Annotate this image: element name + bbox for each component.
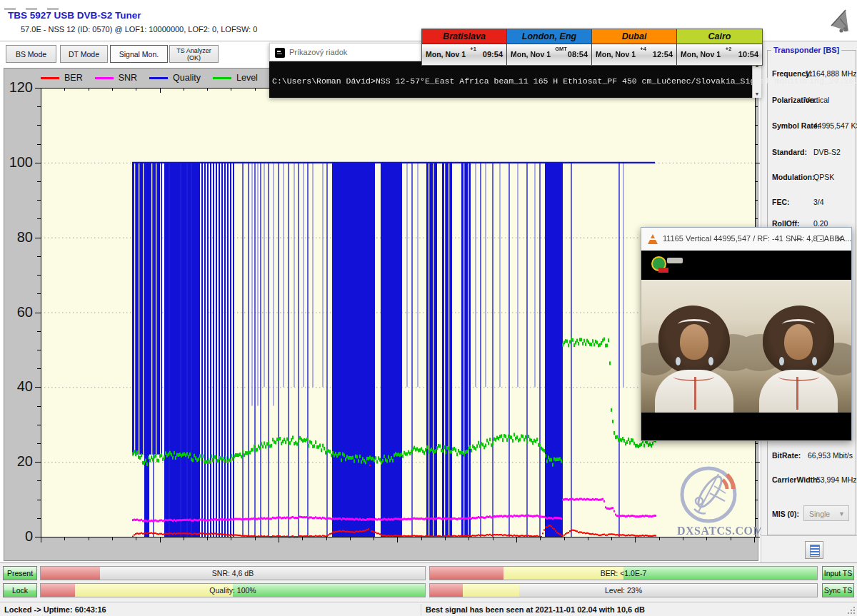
- dxsatcs-watermark: DXSATCS.COM: [677, 465, 758, 545]
- clock-dubai: Dubai Mon, Nov 1 +4 12:54: [592, 29, 677, 65]
- tuner-subtitle: 57.0E - NSS 12 (ID: 0570) @ LOF1: 100000…: [21, 25, 257, 34]
- tuner-title: TBS 5927 USB DVB-S2 Tuner: [8, 10, 141, 21]
- cmd-console[interactable]: C:\Users\Roman Dávid>NSS 12-57°E_East Af…: [269, 61, 761, 98]
- resize-grip[interactable]: [848, 607, 855, 614]
- clipped-window-fragment: [4, 0, 97, 4]
- clock-utc-offset: +2: [726, 46, 732, 52]
- close-icon[interactable]: ✕: [836, 234, 843, 244]
- y-tick-label: 120: [3, 79, 33, 96]
- scroll-down-icon[interactable]: ▼: [753, 91, 761, 96]
- status-separator: [421, 604, 421, 615]
- clock-city-label: London, Eng: [507, 29, 591, 44]
- cmd-prompt-line: C:\Users\Roman Dávid>NSS 12-57°E_East Af…: [272, 76, 857, 86]
- app-window: TBS 5927 USB DVB-S2 Tuner 57.0E - NSS 12…: [0, 0, 857, 616]
- clock-utc-offset: +1: [470, 46, 476, 52]
- input-ts-button[interactable]: Input TS: [822, 566, 854, 580]
- present-button[interactable]: Present: [3, 566, 37, 580]
- symbol-rate-row: Symbol Rate:44995,547 KS/s: [772, 121, 853, 130]
- cmd-window-title: Príkazový riadok: [289, 48, 347, 56]
- signal-mon-tab-button[interactable]: Signal Mon.: [110, 45, 168, 63]
- stream-list-button[interactable]: [805, 541, 823, 559]
- lock-button[interactable]: Lock: [3, 583, 37, 597]
- clock-utc-offset: GMT: [555, 46, 567, 52]
- best-signal-status: Best signal has been seen at 2021-11-01 …: [426, 605, 645, 614]
- y-tick-label: 20: [3, 453, 33, 470]
- ts-analyzer-button[interactable]: TS Analyzer (OK): [169, 45, 219, 63]
- quality-meter: Quality: 100%: [40, 583, 426, 597]
- cmd-icon: [275, 48, 285, 58]
- sidebar-bottom-strip: [761, 535, 857, 565]
- clock-city-label: Cairo: [677, 29, 762, 44]
- dxsatcs-logo-icon: [677, 465, 746, 525]
- bitrate-row: BitRate:66,953 Mbit/s: [772, 451, 853, 460]
- clock-utc-offset: +4: [640, 46, 646, 52]
- channel-logo: [651, 256, 684, 273]
- vlc-player-window: 11165 Vertical 44995,547 / RF: -41 SNR: …: [641, 227, 852, 441]
- transponder-group-title: Transponder [BS]: [771, 46, 841, 54]
- ber-meter-label: BER: <1.0E-7: [430, 569, 817, 577]
- video-frame: [641, 280, 851, 413]
- y-tick-label: 0: [3, 528, 33, 545]
- video-right-half-mirrored: [746, 280, 851, 413]
- clock-time: 10:54: [738, 50, 758, 59]
- y-tick-label: 40: [3, 378, 33, 395]
- fec-row: FEC:3/4: [772, 198, 853, 206]
- status-bar: Locked -> Uptime: 60:43:16 Best signal h…: [0, 602, 857, 616]
- chevron-down-icon: ▼: [838, 506, 845, 522]
- list-icon: [810, 545, 820, 557]
- snr-meter: SNR: 4,6 dB: [40, 566, 426, 580]
- legend-level: Level: [213, 73, 258, 83]
- y-tick-label: 80: [3, 229, 33, 246]
- singer-figure: [757, 304, 841, 413]
- y-tick-label: 100: [3, 154, 33, 171]
- snr-meter-label: SNR: 4,6 dB: [41, 569, 425, 577]
- clock-time: 09:54: [483, 50, 503, 59]
- minimize-icon[interactable]: —: [794, 234, 803, 244]
- clock-date: Mon, Nov 1: [426, 50, 466, 59]
- ber-meter: BER: <1.0E-7: [429, 566, 818, 580]
- dt-mode-button[interactable]: DT Mode: [60, 45, 108, 63]
- clock-date: Mon, Nov 1: [596, 50, 636, 59]
- world-clocks-panel: Bratislava Mon, Nov 1 +1 09:54 London, E…: [421, 29, 763, 66]
- lock-uptime-status: Locked -> Uptime: 60:43:16: [4, 605, 106, 614]
- quality-meter-label: Quality: 100%: [41, 586, 425, 595]
- singer-figure: [652, 304, 736, 413]
- clock-date: Mon, Nov 1: [681, 50, 721, 59]
- video-left-half: [641, 280, 746, 413]
- clock-city-label: Bratislava: [422, 29, 506, 44]
- maximize-icon[interactable]: ❐: [816, 234, 824, 244]
- clock-time: 12:54: [653, 50, 673, 59]
- clock-date: Mon, Nov 1: [511, 50, 551, 59]
- dxsatcs-watermark-text: DXSATCS.COM: [677, 525, 758, 537]
- chart-legend: BER SNR Quality Level: [41, 71, 258, 85]
- vlc-cone-icon: [648, 234, 658, 244]
- polarization-row: Polarization:Vertical: [772, 96, 853, 104]
- clock-city-label: Dubai: [592, 29, 676, 44]
- level-meter: Level: 23%: [429, 583, 818, 597]
- sync-ts-button[interactable]: Sync TS: [822, 583, 854, 597]
- satellite-dish-icon: [826, 6, 854, 39]
- modulation-row: Modulation:QPSK: [772, 173, 853, 181]
- cmd-scrollbar[interactable]: ▲ ▼: [752, 61, 761, 98]
- mis-dropdown[interactable]: Single▼: [803, 505, 849, 521]
- legend-ber: BER: [41, 73, 83, 83]
- clock-london: London, Eng Mon, Nov 1 GMT 08:54: [507, 29, 592, 65]
- vlc-video-area[interactable]: [641, 251, 851, 440]
- carrier-width-row: CarrierWidth:53,994 MHz: [772, 475, 853, 484]
- clock-bratislava: Bratislava Mon, Nov 1 +1 09:54: [422, 29, 507, 65]
- vlc-title-bar[interactable]: 11165 Vertical 44995,547 / RF: -41 SNR: …: [641, 228, 851, 251]
- y-tick-label: 60: [3, 304, 33, 320]
- standard-row: Standard:DVB-S2: [772, 148, 853, 156]
- level-meter-label: Level: 23%: [430, 586, 817, 595]
- bs-mode-button[interactable]: BS Mode: [6, 45, 56, 63]
- legend-quality: Quality: [149, 73, 201, 83]
- clock-time: 08:54: [568, 50, 588, 59]
- clock-cairo: Cairo Mon, Nov 1 +2 10:54: [677, 29, 762, 65]
- legend-snr: SNR: [95, 73, 137, 83]
